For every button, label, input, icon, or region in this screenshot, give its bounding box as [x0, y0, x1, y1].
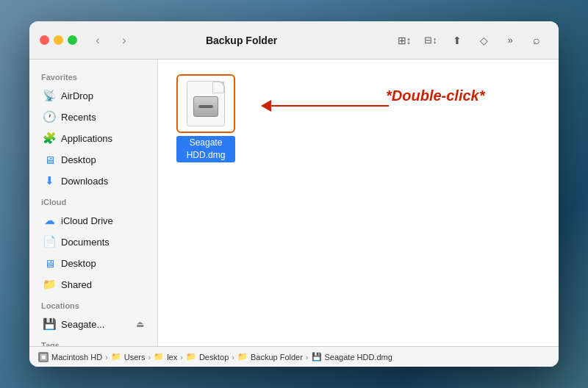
breadcrumb-sep-1: ›	[105, 353, 108, 362]
search-icon: ⌕	[533, 34, 540, 47]
close-button[interactable]	[40, 35, 49, 45]
doc-background	[187, 81, 225, 126]
status-bar: ▣ Macintosh HD › 📁 Users › 📁 lex › 📁 Des…	[29, 346, 559, 367]
sidebar-item-seagate[interactable]: 💾 Seagate... ⏏	[34, 314, 153, 334]
desktop-icon: 🖥	[43, 153, 56, 166]
disk-image-icon	[193, 96, 218, 117]
sidebar-item-desktop[interactable]: 🖥 Desktop	[34, 149, 153, 170]
icloud-desktop-icon: 🖥	[43, 256, 56, 270]
view-toggle-button[interactable]: ⊞↕	[392, 30, 416, 51]
folder-icon-3: 📁	[186, 352, 196, 362]
annotation-arrow	[261, 100, 389, 112]
icloud-drive-icon: ☁	[43, 214, 56, 227]
favorites-section-label: Favorites	[29, 67, 157, 85]
breadcrumb-sep-2: ›	[148, 353, 151, 362]
file-label: SeagateHDD.dmg	[176, 136, 235, 162]
sidebar-item-airdrop[interactable]: 📡 AirDrop	[34, 85, 153, 106]
sidebar-item-applications[interactable]: 🧩 Applications	[34, 128, 153, 148]
locations-section-label: Locations	[29, 295, 157, 313]
breadcrumb-sep-4: ›	[232, 353, 234, 362]
sidebar-airdrop-label: AirDrop	[61, 90, 93, 101]
breadcrumb-desktop-label: Desktop	[199, 353, 229, 362]
eject-icon[interactable]: ⏏	[136, 319, 144, 329]
window-title: Backup Folder	[96, 35, 387, 46]
minimize-button[interactable]	[54, 35, 63, 45]
breadcrumb-dmg-label: Seagate HDD.dmg	[325, 353, 392, 362]
sidebar-documents-label: Documents	[61, 237, 110, 248]
documents-icon: 📄	[43, 235, 56, 248]
folder-icon-4: 📁	[237, 352, 248, 362]
traffic-lights	[40, 35, 77, 45]
seagate-icon: 💾	[43, 317, 56, 331]
folder-icon-2: 📁	[154, 352, 164, 362]
dmg-file-item[interactable]: SeagateHDD.dmg	[173, 74, 239, 162]
sidebar-item-shared[interactable]: 📁 Shared	[34, 274, 153, 295]
breadcrumb-users[interactable]: 📁 Users	[111, 352, 146, 362]
sidebar-applications-label: Applications	[61, 133, 112, 144]
breadcrumb-hd-label: Macintosh HD	[51, 353, 102, 362]
recents-icon: 🕐	[43, 110, 56, 123]
applications-icon: 🧩	[43, 132, 56, 145]
downloads-icon: ⬇	[43, 174, 56, 187]
toolbar-right: ⊞↕ ⊟↕ ⬆ ◇ » ⌕	[392, 30, 548, 51]
sidebar-icloud-desktop-label: Desktop	[61, 258, 96, 269]
sidebar-recents-label: Recents	[61, 112, 96, 123]
share-button[interactable]: ⬆	[445, 30, 469, 51]
grid-icon: ⊞↕	[398, 35, 412, 46]
list-view-button[interactable]: ⊟↕	[419, 30, 442, 51]
maximize-button[interactable]	[68, 35, 77, 45]
more-button[interactable]: »	[498, 30, 522, 51]
list-icon: ⊟↕	[424, 35, 437, 46]
arrowhead-icon	[261, 100, 271, 112]
icloud-section-label: iCloud	[29, 192, 157, 209]
sidebar-item-recents[interactable]: 🕐 Recents	[34, 107, 153, 127]
sidebar-desktop-label: Desktop	[61, 154, 96, 165]
sidebar-item-documents[interactable]: 📄 Documents	[34, 231, 153, 252]
dmg-icon	[182, 80, 229, 127]
chevron-right-icon: »	[507, 35, 512, 46]
breadcrumb-lex[interactable]: 📁 lex	[154, 352, 177, 362]
sidebar-item-icloud-desktop[interactable]: 🖥 Desktop	[34, 253, 153, 273]
double-click-annotation: *Double-click*	[386, 87, 484, 104]
shared-icon: 📁	[43, 278, 56, 291]
title-bar: ‹ › Backup Folder ⊞↕ ⊟↕ ⬆ ◇ » ⌕	[29, 21, 559, 60]
dmg-breadcrumb-icon: 💾	[312, 352, 322, 362]
tags-section-label: Tags	[29, 335, 157, 346]
breadcrumb-lex-label: lex	[167, 353, 177, 362]
search-button[interactable]: ⌕	[525, 30, 548, 51]
breadcrumb-sep-5: ›	[306, 353, 309, 362]
sidebar-seagate-label: Seagate...	[61, 319, 104, 330]
breadcrumb-dmg[interactable]: 💾 Seagate HDD.dmg	[312, 352, 392, 362]
dmg-file-icon-box	[176, 74, 235, 133]
breadcrumb-desktop[interactable]: 📁 Desktop	[186, 352, 229, 362]
breadcrumb-backup-folder[interactable]: 📁 Backup Folder	[237, 352, 303, 362]
sidebar-shared-label: Shared	[61, 279, 92, 290]
arrow-line	[271, 105, 389, 107]
airdrop-icon: 📡	[43, 89, 56, 102]
doc-corner	[214, 82, 224, 92]
tag-icon: ◇	[480, 35, 488, 46]
share-icon: ⬆	[453, 35, 462, 46]
file-area: SeagateHDD.dmg *Double-click*	[158, 60, 559, 346]
breadcrumb-backup-folder-label: Backup Folder	[251, 353, 303, 362]
sidebar-icloud-drive-label: iCloud Drive	[61, 215, 113, 226]
tag-button[interactable]: ◇	[472, 30, 495, 51]
sidebar-downloads-label: Downloads	[61, 176, 108, 187]
disk-slot	[198, 105, 213, 108]
main-content: Favorites 📡 AirDrop 🕐 Recents 🧩 Applicat…	[29, 60, 559, 346]
finder-window: ‹ › Backup Folder ⊞↕ ⊟↕ ⬆ ◇ » ⌕	[29, 21, 559, 367]
sidebar-item-downloads[interactable]: ⬇ Downloads	[34, 170, 153, 191]
breadcrumb-hd[interactable]: ▣ Macintosh HD	[38, 352, 102, 362]
breadcrumb-sep-3: ›	[180, 353, 183, 362]
breadcrumb-users-label: Users	[124, 353, 146, 362]
sidebar-item-icloud-drive[interactable]: ☁ iCloud Drive	[34, 210, 153, 231]
hd-icon: ▣	[38, 352, 49, 362]
sidebar: Favorites 📡 AirDrop 🕐 Recents 🧩 Applicat…	[29, 60, 158, 346]
folder-icon-1: 📁	[111, 352, 121, 362]
